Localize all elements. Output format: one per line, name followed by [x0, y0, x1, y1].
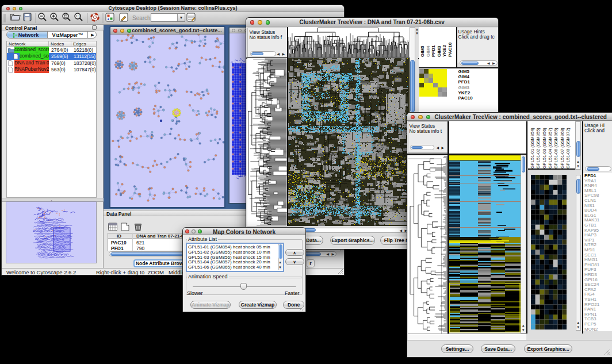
svg-text:PAC10: PAC10 [447, 42, 452, 57]
svg-text:GIM3: GIM3 [436, 45, 441, 57]
svg-text:GPL51-04 (GSM857): GPL51-04 (GSM857) [548, 128, 553, 168]
svg-text:GPL51-06 (GSM865): GPL51-06 (GSM865) [553, 128, 559, 168]
svg-text:1:1: 1:1 [76, 14, 80, 18]
svg-text:Search:: Search: [132, 15, 152, 21]
svg-text:PFD1: PFD1 [431, 45, 436, 57]
svg-text:GPL51-08 (GSM872): GPL51-08 (GSM872) [565, 128, 571, 168]
svg-text:GIM4: GIM4 [425, 45, 430, 57]
svg-text:YKE2: YKE2 [442, 45, 447, 57]
svg-text:GPL51-02 (GSM855): GPL51-02 (GSM855) [536, 128, 541, 168]
svg-text:GPL51-01 (GSM854): GPL51-01 (GSM854) [530, 128, 535, 168]
svg-text:GPL51-07 (GSM868): GPL51-07 (GSM868) [560, 128, 565, 168]
svg-text:GIM5: GIM5 [420, 45, 425, 57]
svg-text:GPL51-03 (GSM856): GPL51-03 (GSM856) [542, 128, 547, 168]
